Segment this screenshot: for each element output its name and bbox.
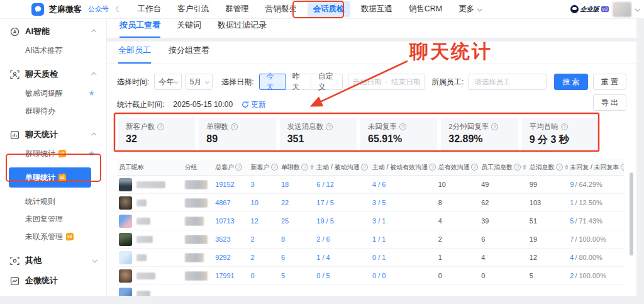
- help-icon[interactable]: [301, 164, 308, 171]
- search-button[interactable]: 搜 索: [554, 74, 587, 90]
- help-icon[interactable]: [471, 164, 478, 171]
- sidebar-item-unreplied-mgmt[interactable]: 未回复管理: [0, 210, 106, 228]
- yesterday-button[interactable]: 昨天: [285, 74, 311, 90]
- staff-select-input[interactable]: [469, 74, 547, 90]
- help-icon[interactable]: [235, 164, 242, 171]
- subtab-all-employees[interactable]: 全部员工: [118, 45, 151, 64]
- active-passive-valid-link[interactable]: 1 / 1: [370, 235, 436, 243]
- year-select[interactable]: 今年: [154, 74, 181, 90]
- nav-item-marketing-fission[interactable]: 营销裂变: [260, 1, 303, 17]
- sidebar-group-other[interactable]: 其他: [0, 251, 106, 271]
- sidebar-item-sensitive-words[interactable]: 敏感词提醒★: [0, 84, 106, 102]
- unreplied-link[interactable]: 2: [570, 272, 574, 279]
- chats-link[interactable]: 25: [279, 217, 314, 225]
- unreplied-link[interactable]: 9: [570, 181, 574, 188]
- total-customers-link[interactable]: 19152: [213, 181, 248, 188]
- total-customers-link[interactable]: 17991: [213, 272, 248, 279]
- unreplied-link[interactable]: 7: [570, 235, 574, 243]
- sidebar-item-ai-script[interactable]: AI话术推荐: [0, 42, 106, 59]
- help-icon[interactable]: [514, 164, 521, 171]
- help-icon[interactable]: [326, 123, 333, 130]
- total-customers-link[interactable]: 3523: [213, 235, 248, 243]
- total-customers-link[interactable]: 9292: [213, 254, 248, 261]
- total-customers-link[interactable]: 4867: [213, 199, 248, 206]
- active-passive-valid-link[interactable]: 0 / 0: [370, 272, 436, 279]
- tab-data-filter-log[interactable]: 数据过滤记录: [218, 20, 267, 38]
- chats-link[interactable]: 18: [279, 181, 314, 188]
- sidebar-item-group-chat-stats[interactable]: 群聊统计v2★: [0, 145, 106, 162]
- month-select[interactable]: 5月: [186, 74, 213, 90]
- new-customers-link[interactable]: 2: [249, 254, 279, 261]
- active-passive-link[interactable]: 2 / 6: [314, 235, 370, 243]
- help-icon[interactable]: [271, 164, 278, 171]
- sidebar-group-ai[interactable]: A AI智能: [0, 21, 106, 42]
- brand-tag[interactable]: 公众号: [88, 4, 109, 14]
- active-passive-valid-link[interactable]: 4 / 6: [370, 181, 436, 188]
- chats-link[interactable]: 8: [279, 235, 314, 243]
- help-icon[interactable]: [399, 123, 406, 130]
- sidebar-item-stat-rules[interactable]: 统计规则: [0, 193, 106, 210]
- active-passive-link[interactable]: 6 / 12: [314, 181, 370, 188]
- date-range-input[interactable]: 开始日期 - 结束日期: [348, 74, 425, 90]
- new-customers-link[interactable]: 0: [249, 272, 279, 279]
- table-scrollbar[interactable]: [630, 172, 633, 256]
- sort-icon[interactable]: [310, 164, 314, 170]
- tab-by-employee[interactable]: 按员工查看: [119, 20, 160, 38]
- unreplied-link[interactable]: 5: [570, 217, 574, 225]
- help-icon[interactable]: [361, 164, 368, 171]
- active-passive-valid-link[interactable]: 3 / 5: [370, 199, 436, 206]
- unreplied-link[interactable]: 4: [570, 254, 574, 261]
- sidebar-item-uncontacted-mgmt[interactable]: 未联系管理v2: [0, 228, 106, 245]
- new-customers-link[interactable]: 10: [249, 199, 279, 206]
- active-passive-link[interactable]: 1 / 4: [314, 254, 370, 261]
- active-passive-valid-link[interactable]: 0 / 1: [370, 254, 436, 261]
- sidebar-item-group-todo[interactable]: 群聊待办: [0, 102, 106, 120]
- nav-item-more[interactable]: 更多: [453, 1, 487, 17]
- chats-link[interactable]: 22: [279, 199, 314, 206]
- help-icon[interactable]: [429, 164, 436, 171]
- sort-icon[interactable]: [523, 164, 526, 170]
- active-passive-link[interactable]: 17 / 5: [314, 199, 370, 206]
- active-passive-valid-link[interactable]: 3 / 1: [370, 217, 436, 225]
- nav-item-workbench[interactable]: 工作台: [132, 1, 167, 17]
- dark-mode-icon[interactable]: ☾: [115, 5, 122, 14]
- refresh-button[interactable]: 更新: [242, 99, 266, 110]
- nav-item-data-interchange[interactable]: 数据互通: [355, 1, 398, 17]
- table-row-partial: [117, 285, 624, 296]
- tab-keywords[interactable]: 关键词: [177, 20, 201, 38]
- sidebar-group-wecom-stats[interactable]: 企微统计: [0, 271, 106, 291]
- today-button[interactable]: 今天: [259, 74, 286, 90]
- help-icon[interactable]: [491, 123, 498, 130]
- help-icon[interactable]: [556, 164, 563, 171]
- collapse-icon: [91, 29, 96, 34]
- unreplied-link[interactable]: 1: [570, 199, 574, 206]
- nav-item-customer-acquisition[interactable]: 客户引流: [172, 1, 214, 17]
- stat-single-chats: 单聊数 89: [199, 118, 275, 152]
- sidebar-group-chat-stats[interactable]: 聊天统计: [0, 125, 106, 145]
- help-icon[interactable]: [157, 123, 164, 130]
- help-icon[interactable]: [621, 164, 624, 171]
- subtab-by-group[interactable]: 按分组查看: [169, 45, 209, 64]
- total-customers-link[interactable]: 10713: [213, 217, 248, 225]
- user-avatar[interactable]: [613, 2, 631, 17]
- help-icon[interactable]: [231, 123, 238, 130]
- nav-item-group-management[interactable]: 群管理: [219, 1, 255, 17]
- reset-button[interactable]: 重 置: [593, 74, 626, 90]
- table-row: 17991 0 5 0 / 5 0 / 0 0 0 5 2/ 100.00%: [117, 267, 624, 285]
- active-passive-link[interactable]: 19 / 5: [314, 217, 370, 225]
- new-customers-link[interactable]: 2: [249, 235, 279, 243]
- export-button[interactable]: 导 出: [593, 94, 626, 111]
- chats-link[interactable]: 6: [279, 254, 314, 261]
- nav-item-sales-crm[interactable]: 销售CRM: [403, 1, 448, 17]
- new-customers-link[interactable]: 3: [249, 181, 279, 188]
- redacted-name: [136, 236, 153, 243]
- new-customers-link[interactable]: 12: [249, 217, 279, 225]
- help-icon[interactable]: [561, 123, 568, 130]
- nav-item-session-quality[interactable]: 会话质检: [308, 1, 350, 17]
- account-chevron-down-icon[interactable]: [635, 6, 640, 11]
- active-passive-link[interactable]: 0 / 5: [314, 272, 370, 279]
- sidebar-group-chat-qc[interactable]: 聊天质检: [0, 64, 106, 84]
- sidebar-item-single-chat-stats[interactable]: 单聊统计v2: [9, 167, 91, 188]
- custom-range-button[interactable]: 自定义: [311, 74, 343, 90]
- chats-link[interactable]: 5: [279, 272, 314, 279]
